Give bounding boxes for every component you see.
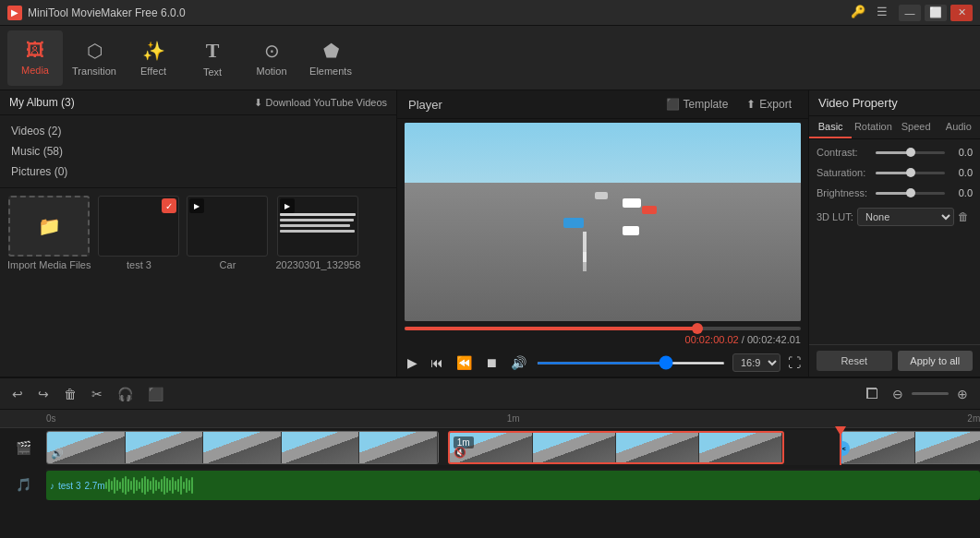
audio-clip-1[interactable]: ♪ test 3 2.7m	[46, 471, 980, 500]
album-title: My Album (3)	[9, 96, 75, 109]
player-progress	[397, 325, 808, 332]
import-icon: 📁	[38, 215, 61, 237]
audio-clip-duration: 2.7m	[84, 481, 104, 491]
video-track-icon: 🎬	[16, 440, 31, 455]
cut-button[interactable]: ✂	[87, 384, 107, 404]
menu-icon: ☰	[877, 5, 888, 21]
left-categories: Videos (2) Music (58) Pictures (0)	[0, 115, 396, 188]
category-videos[interactable]: Videos (2)	[0, 121, 396, 141]
elements-icon: ⬟	[323, 40, 339, 62]
toolbar-motion[interactable]: ⊙ Motion	[244, 30, 299, 86]
saturation-slider[interactable]	[876, 172, 945, 174]
fullscreen-button[interactable]: ⛶	[788, 355, 801, 370]
titlebar: ▶ MiniTool MovieMaker Free 6.0.0 🔑 ☰ — ⬜…	[0, 0, 980, 26]
contrast-slider[interactable]	[876, 151, 945, 154]
zoom-out-button[interactable]: ⊖	[888, 384, 908, 404]
play-button[interactable]: ▶	[405, 353, 420, 373]
doc-play-icon: ▶	[280, 198, 295, 213]
audio-button[interactable]: 🎧	[113, 384, 138, 404]
template-label: Template	[684, 98, 729, 111]
audio-clip-label: test 3	[58, 481, 80, 491]
split-button[interactable]: ⧠	[860, 383, 884, 405]
export-icon: ⬆	[746, 98, 756, 111]
video-track-label: 🎬	[0, 440, 46, 455]
category-music[interactable]: Music (58)	[0, 141, 396, 161]
zoom-in-button[interactable]: ⊕	[952, 384, 973, 404]
ruler-mark-1m: 1m	[507, 413, 520, 424]
import-media-item[interactable]: 📁 Import Media Files	[7, 196, 91, 369]
test3-label: test 3	[127, 259, 151, 270]
volume-button[interactable]: 🔊	[508, 353, 529, 373]
brightness-row: Brightness: 0.0	[817, 187, 973, 198]
video-clip-2[interactable]: 1m 🔇 Mute ↺ ↻	[448, 431, 784, 464]
motion-icon: ⊙	[264, 40, 280, 62]
video-clip-1[interactable]: 🔊	[46, 431, 439, 464]
audio-waveform	[105, 476, 976, 495]
media-icon: 🖼	[26, 40, 44, 61]
close-button[interactable]: ✕	[950, 5, 973, 21]
progress-bar[interactable]	[405, 327, 801, 330]
toolbar-effect[interactable]: ✨ Effect	[126, 30, 181, 86]
audio-clip-icon: ♪	[50, 481, 54, 491]
toolbar-elements[interactable]: ⬟ Elements	[303, 30, 358, 86]
player-panel: Player ⬛ Template ⬆ Export	[397, 90, 809, 377]
video-property-panel: Video Property Basic Rotation Speed Audi…	[809, 90, 980, 377]
crop-button[interactable]: ⬛	[143, 384, 168, 404]
audio-track-icon: 🎵	[16, 477, 31, 492]
audio-track-content[interactable]: ♪ test 3 2.7m	[46, 469, 980, 500]
video-property-title: Video Property	[809, 90, 980, 116]
template-button[interactable]: ⬛ Template	[660, 96, 734, 113]
property-content: Contrast: 0.0 Saturation: 0.0	[809, 139, 980, 344]
category-pictures[interactable]: Pictures (0)	[0, 161, 396, 182]
media-car-item[interactable]: ▶ Car	[187, 196, 268, 369]
ruler-mark-0s: 0s	[46, 413, 56, 424]
undo-button[interactable]: ↩	[7, 384, 28, 404]
player-time: 00:02:00.02 / 00:02:42.01	[397, 332, 808, 349]
delete-button[interactable]: 🗑	[59, 384, 81, 404]
transition-label: Transition	[72, 66, 116, 77]
minimize-button[interactable]: —	[899, 5, 921, 21]
red-playhead-arrow	[835, 426, 846, 436]
saturation-label: Saturation:	[817, 167, 876, 178]
video-display: ‹	[405, 123, 801, 321]
tab-rotation[interactable]: Rotation	[852, 116, 894, 138]
timeline-ruler: 0s 1m 2m	[0, 410, 980, 428]
media-test3-item[interactable]: ✓ test 3	[98, 196, 179, 369]
step-back-button[interactable]: ⏪	[454, 353, 475, 373]
tab-audio[interactable]: Audio	[938, 116, 980, 138]
lut-delete-button[interactable]: 🗑	[954, 208, 973, 226]
video-track-content[interactable]: 🔊 1m 🔇 Mute ↺ ↻	[46, 430, 980, 465]
redo-button[interactable]: ↪	[33, 384, 54, 404]
skip-start-button[interactable]: ⏮	[428, 353, 446, 373]
progress-fill	[405, 327, 697, 330]
export-label: Export	[759, 98, 792, 111]
property-buttons: Reset Apply to all	[809, 344, 980, 377]
volume-slider[interactable]	[537, 362, 725, 365]
timeline-toolbar: ↩ ↪ 🗑 ✂ 🎧 ⬛ ⧠ ⊖ ⊕	[0, 378, 980, 410]
brightness-slider[interactable]	[876, 192, 945, 195]
left-panel-header: My Album (3) ⬇ Download YouTube Videos	[0, 90, 396, 115]
lut-select[interactable]: None	[857, 208, 954, 226]
download-youtube-button[interactable]: ⬇ Download YouTube Videos	[254, 97, 388, 109]
toolbar-text[interactable]: T Text	[185, 30, 240, 86]
effect-label: Effect	[140, 66, 166, 77]
restore-button[interactable]: ⬜	[925, 5, 947, 21]
main-area: My Album (3) ⬇ Download YouTube Videos V…	[0, 90, 980, 377]
apply-all-button[interactable]: Apply to all	[898, 351, 974, 371]
media-doc-item[interactable]: ▶ 20230301_132958	[275, 196, 360, 369]
video-clip-3[interactable]: ✂	[840, 431, 980, 464]
ruler-mark-2m: 2m	[967, 413, 980, 424]
key-icon: 🔑	[851, 5, 865, 21]
export-button[interactable]: ⬆ Export	[741, 96, 797, 113]
toolbar: 🖼 Media ⬡ Transition ✨ Effect T Text ⊙ M…	[0, 26, 980, 90]
stop-button[interactable]: ⏹	[482, 353, 501, 373]
toolbar-transition[interactable]: ⬡ Transition	[67, 30, 122, 86]
tab-basic[interactable]: Basic	[809, 116, 852, 138]
left-panel: My Album (3) ⬇ Download YouTube Videos V…	[0, 90, 397, 377]
toolbar-media[interactable]: 🖼 Media	[7, 30, 63, 86]
tab-speed[interactable]: Speed	[895, 116, 938, 138]
reset-button[interactable]: Reset	[817, 351, 892, 371]
aspect-ratio-select[interactable]: 16:9	[732, 353, 780, 372]
clip2-mute-icon: 🔇	[454, 447, 466, 459]
app-icon: ▶	[7, 6, 22, 20]
